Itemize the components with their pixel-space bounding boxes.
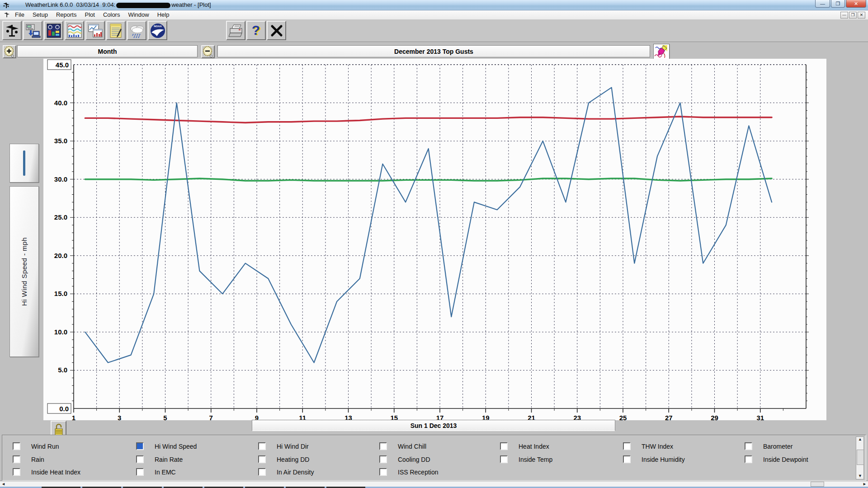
menu-item-colors[interactable]: Colors [99,10,124,19]
checkbox-label-barometer: Barometer [763,443,793,450]
y-max-label: 45.0 [56,61,69,69]
help-icon: ? ? [249,23,264,38]
maximize-button[interactable]: ❐ [831,0,845,8]
vertical-scroll-thumb[interactable] [857,450,864,465]
wind-speed-chart: 40.035.030.025.020.015.010.05.045.00.013… [43,59,826,420]
checkbox-label-in-emc: In EMC [155,469,176,476]
checkbox-label-wind-run: Wind Run [31,443,59,450]
date-bar: Sun 1 Dec 2013 [252,420,615,431]
rain-cloud-button[interactable] [127,21,146,40]
x-tick-label: 25 [619,414,627,420]
plot-title-field[interactable]: December 2013 Top Gusts [217,45,650,57]
menu-item-plot[interactable]: Plot [80,10,99,19]
svg-text:NOAA: NOAA [154,25,162,28]
y-tick-label: 5.0 [58,366,67,374]
help-button[interactable]: ? ? [246,21,266,40]
checkbox-inside-dewpoint[interactable] [745,455,752,463]
menu-item-file[interactable]: File [11,10,28,19]
x-tick-label: 3 [118,414,121,420]
y-tick-label: 40.0 [54,99,67,107]
checkbox-label-rain-rate: Rain Rate [155,456,183,463]
close-button[interactable]: ✕ [846,0,866,8]
strip-chart-button[interactable] [65,21,84,40]
report-icon [108,23,124,38]
scroll-down-icon[interactable]: ▼ [858,473,862,479]
checkbox-barometer[interactable] [745,442,752,450]
checkbox-hi-wind-dir[interactable] [258,442,266,450]
print-button[interactable] [226,21,245,40]
x-tick-label: 29 [711,414,718,420]
download-button[interactable] [23,21,42,40]
bulletin-icon [46,23,61,38]
mdi-restore-button[interactable]: ❐ [849,12,857,19]
checkbox-heat-index[interactable] [500,442,508,450]
checkbox-inside-temp[interactable] [500,455,508,463]
zoom-in-button[interactable] [3,45,16,58]
checkbox-label-iss-reception: ISS Reception [398,469,439,476]
mdi-minimize-button[interactable]: — [840,12,848,19]
zoom-out-icon [203,46,213,58]
rain-cloud-icon [129,23,145,38]
bulletin-button[interactable] [44,21,63,40]
x-tick-label: 23 [573,414,581,420]
checkbox-iss-reception[interactable] [379,468,387,476]
checkbox-heating-dd[interactable] [258,455,266,463]
close-plot-button[interactable] [267,21,286,40]
colors-button[interactable] [653,44,670,60]
checkbox-label-heating-dd: Heating DD [277,456,309,463]
checkbox-inside-humidity[interactable] [623,455,631,463]
checkbox-in-emc[interactable] [136,468,144,476]
download-icon [25,23,41,38]
x-tick-label: 5 [163,414,167,420]
plot-panel: 40.035.030.025.020.015.010.05.045.00.013… [43,59,826,420]
checkbox-label-heat-index: Heat Index [519,443,549,450]
x-tick-label: 31 [756,414,764,420]
date-label: Sun 1 Dec 2013 [410,422,457,429]
interval-label: Month [98,48,117,55]
checkbox-thw-index[interactable] [623,442,631,450]
weather-station-button[interactable] [2,21,22,40]
weather-station-icon [5,23,20,38]
report-button[interactable] [106,21,126,40]
svg-text:?: ? [251,23,259,38]
close-plot-icon [270,24,283,38]
checkbox-wind-chill[interactable] [379,442,387,450]
menu-item-setup[interactable]: Setup [28,10,52,19]
checkbox-rain[interactable] [13,455,20,463]
checkbox-hi-wind-speed[interactable] [136,442,144,450]
plot-windows-button[interactable] [85,21,105,40]
x-tick-label: 15 [390,414,398,420]
scroll-up-icon[interactable]: ▲ [858,436,862,442]
checkbox-rain-rate[interactable] [136,455,144,463]
y-tick-label: 10.0 [54,328,67,336]
checkbox-inside-heat-index[interactable] [13,468,20,476]
checkbox-wind-run[interactable] [13,442,20,450]
zoom-out-button[interactable] [201,45,215,58]
checkbox-label-inside-heat-index: Inside Heat Index [31,469,80,476]
series-line-sample [23,150,25,176]
series-label-box[interactable]: Hi Wind Speed - mph [9,186,39,357]
horizontal-scrollbar[interactable]: ◄ ► [0,481,868,487]
x-tick-label: 21 [528,414,535,420]
checkbox-in-air-density[interactable] [258,468,266,476]
menu-item-reports[interactable]: Reports [52,10,81,19]
horizontal-scroll-thumb[interactable] [811,482,824,487]
panel-vertical-scrollbar[interactable]: ▲ ▼ [856,436,864,479]
x-tick-label: 9 [255,414,259,420]
interval-field[interactable]: Month [17,45,198,57]
noaa-button[interactable]: NOAA [148,21,167,40]
x-tick-label: 27 [665,414,673,420]
checkbox-cooling-dd[interactable] [379,455,387,463]
y-tick-label: 25.0 [54,213,67,221]
checkbox-label-rain: Rain [31,456,44,463]
zoom-in-icon [4,46,15,58]
x-tick-label: 1 [72,414,75,420]
menu-item-help[interactable]: Help [153,10,174,19]
x-tick-label: 17 [436,414,444,420]
mdi-close-button[interactable]: ✕ [858,12,865,19]
menu-item-window[interactable]: Window [124,10,153,19]
checkbox-label-inside-humidity: Inside Humidity [642,456,685,463]
minimize-button[interactable]: — [815,0,830,8]
plot-title: December 2013 Top Gusts [394,48,473,55]
series-style-box[interactable] [9,144,39,183]
